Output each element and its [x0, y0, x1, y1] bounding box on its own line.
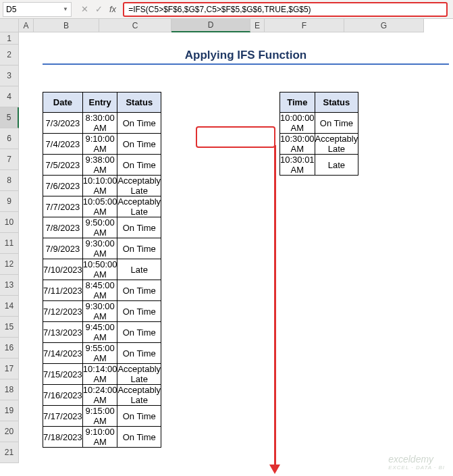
- table-header[interactable]: Time: [280, 92, 315, 113]
- cell[interactable]: 9:45:00 AM: [82, 322, 117, 343]
- cell[interactable]: 8:30:00 AM: [82, 113, 117, 134]
- row-header-9[interactable]: 9: [0, 191, 19, 212]
- cell[interactable]: On Time: [117, 406, 161, 427]
- cell[interactable]: 9:55:00 AM: [82, 343, 117, 364]
- cell[interactable]: 7/6/2023: [43, 176, 83, 196]
- table-row: 7/6/202310:10:00 AMAcceptably Late: [43, 176, 161, 196]
- enter-icon[interactable]: ✓: [95, 4, 103, 14]
- cell[interactable]: Late: [117, 259, 161, 280]
- row-header-3[interactable]: 3: [0, 65, 19, 86]
- cell[interactable]: Acceptably Late: [117, 385, 161, 406]
- column-header-f[interactable]: F: [265, 19, 344, 32]
- cell[interactable]: Acceptably Late: [117, 196, 161, 217]
- cell[interactable]: 10:00:00 AM: [280, 113, 315, 134]
- row-header-19[interactable]: 19: [0, 400, 19, 421]
- cell[interactable]: 8:45:00 AM: [82, 280, 117, 301]
- row-header-10[interactable]: 10: [0, 212, 19, 233]
- name-box[interactable]: D5 ▼: [3, 2, 72, 17]
- row-header-18[interactable]: 18: [0, 379, 19, 400]
- cell[interactable]: 7/14/2023: [43, 343, 83, 364]
- cell[interactable]: 7/17/2023: [43, 406, 83, 427]
- cell[interactable]: Acceptably Late: [315, 134, 358, 155]
- fx-icon[interactable]: fx: [109, 4, 116, 14]
- cell[interactable]: 7/8/2023: [43, 217, 83, 238]
- column-headers: ABCDEFG: [19, 19, 424, 32]
- cell[interactable]: 10:50:00 AM: [82, 259, 117, 280]
- cell[interactable]: On Time: [117, 322, 161, 343]
- row-header-11[interactable]: 11: [0, 233, 19, 254]
- column-header-c[interactable]: C: [99, 19, 171, 32]
- cell[interactable]: On Time: [117, 155, 161, 176]
- table-header[interactable]: Entry: [82, 92, 117, 113]
- cell[interactable]: 7/9/2023: [43, 238, 83, 259]
- row-header-14[interactable]: 14: [0, 296, 19, 317]
- cell[interactable]: 9:38:00 AM: [82, 155, 117, 176]
- cell[interactable]: On Time: [117, 280, 161, 301]
- row-header-13[interactable]: 13: [0, 275, 19, 296]
- row-header-7[interactable]: 7: [0, 149, 19, 170]
- formula-input[interactable]: =IFS(C5>$F$6,$G$7,C5>$F$5,$G$6,TRUE,$G$5…: [123, 2, 448, 17]
- cell[interactable]: 7/11/2023: [43, 280, 83, 301]
- cell[interactable]: 7/4/2023: [43, 134, 83, 155]
- cell[interactable]: 10:30:00 AM: [280, 134, 315, 155]
- column-header-b[interactable]: B: [34, 19, 99, 32]
- row-header-5[interactable]: 5: [0, 107, 19, 128]
- select-all-corner[interactable]: [0, 19, 19, 32]
- cell[interactable]: On Time: [315, 113, 358, 134]
- column-header-g[interactable]: G: [344, 19, 424, 32]
- table-header[interactable]: Status: [117, 92, 161, 113]
- row-header-17[interactable]: 17: [0, 359, 19, 379]
- row-header-2[interactable]: 2: [0, 45, 19, 65]
- row-header-15[interactable]: 15: [0, 317, 19, 338]
- row-header-4[interactable]: 4: [0, 86, 19, 107]
- cell[interactable]: On Time: [117, 427, 161, 448]
- column-header-a[interactable]: A: [19, 19, 34, 32]
- cell[interactable]: 9:10:00 AM: [82, 427, 117, 448]
- row-header-1[interactable]: 1: [0, 32, 19, 45]
- cell[interactable]: 7/15/2023: [43, 364, 83, 385]
- cell[interactable]: 9:30:00 AM: [82, 238, 117, 259]
- cell[interactable]: 10:10:00 AM: [82, 176, 117, 196]
- cell[interactable]: 7/12/2023: [43, 301, 83, 322]
- cell[interactable]: On Time: [117, 238, 161, 259]
- cell[interactable]: Acceptably Late: [117, 176, 161, 196]
- cell[interactable]: 9:50:00 AM: [82, 217, 117, 238]
- row-header-21[interactable]: 21: [0, 442, 19, 463]
- table-row: 7/14/20239:55:00 AMOn Time: [43, 343, 161, 364]
- cell[interactable]: Late: [315, 155, 358, 176]
- cell[interactable]: 10:30:01 AM: [280, 155, 315, 176]
- row-header-20[interactable]: 20: [0, 421, 19, 442]
- row-header-6[interactable]: 6: [0, 128, 19, 149]
- cell[interactable]: 10:05:00 AM: [82, 196, 117, 217]
- cell[interactable]: On Time: [117, 113, 161, 134]
- table-row: 7/16/202310:24:00 AMAcceptably Late: [43, 385, 161, 406]
- row-header-8[interactable]: 8: [0, 170, 19, 191]
- watermark-main: exceldemy: [388, 454, 433, 465]
- chevron-down-icon[interactable]: ▼: [63, 6, 68, 12]
- row-header-12[interactable]: 12: [0, 254, 19, 275]
- cell[interactable]: On Time: [117, 343, 161, 364]
- column-header-e[interactable]: E: [250, 19, 265, 32]
- cell[interactable]: 9:10:00 AM: [82, 134, 117, 155]
- cancel-icon[interactable]: ✕: [81, 4, 88, 14]
- cell[interactable]: 7/18/2023: [43, 427, 83, 448]
- cell[interactable]: 10:14:00 AM: [82, 364, 117, 385]
- cell[interactable]: On Time: [117, 134, 161, 155]
- main-data-table: DateEntryStatus 7/3/20238:30:00 AMOn Tim…: [43, 92, 161, 448]
- cell[interactable]: 7/7/2023: [43, 196, 83, 217]
- cell[interactable]: On Time: [117, 301, 161, 322]
- cell[interactable]: 7/10/2023: [43, 259, 83, 280]
- cell[interactable]: On Time: [117, 217, 161, 238]
- cell[interactable]: 7/16/2023: [43, 385, 83, 406]
- row-header-16[interactable]: 16: [0, 338, 19, 359]
- table-header[interactable]: Status: [315, 92, 358, 113]
- cell[interactable]: 9:30:00 AM: [82, 301, 117, 322]
- cell[interactable]: 10:24:00 AM: [82, 385, 117, 406]
- cell[interactable]: 7/13/2023: [43, 322, 83, 343]
- table-header[interactable]: Date: [43, 92, 83, 113]
- cell[interactable]: 7/3/2023: [43, 113, 83, 134]
- cell[interactable]: 9:15:00 AM: [82, 406, 117, 427]
- column-header-d[interactable]: D: [171, 19, 250, 32]
- cell[interactable]: 7/5/2023: [43, 155, 83, 176]
- cell[interactable]: Acceptably Late: [117, 364, 161, 385]
